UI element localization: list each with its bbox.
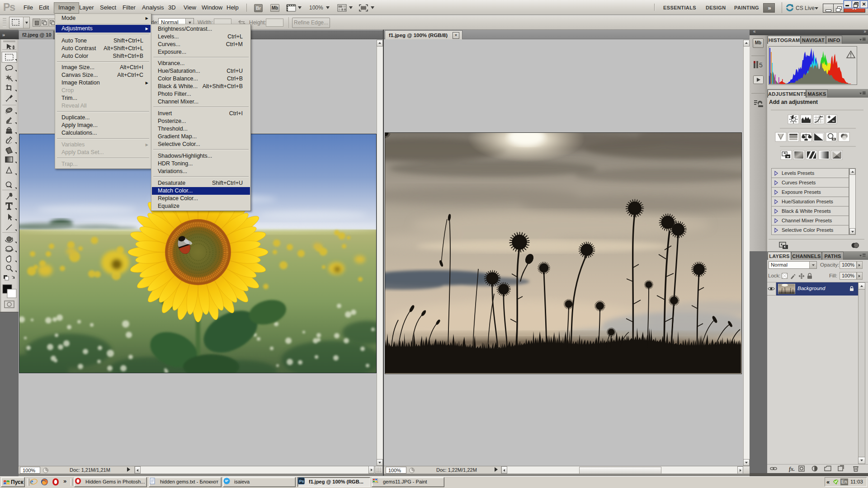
svg-text:Ps: Ps: [299, 479, 304, 483]
svg-text:fx.: fx.: [789, 466, 795, 472]
svg-text:5: 5: [759, 61, 763, 69]
